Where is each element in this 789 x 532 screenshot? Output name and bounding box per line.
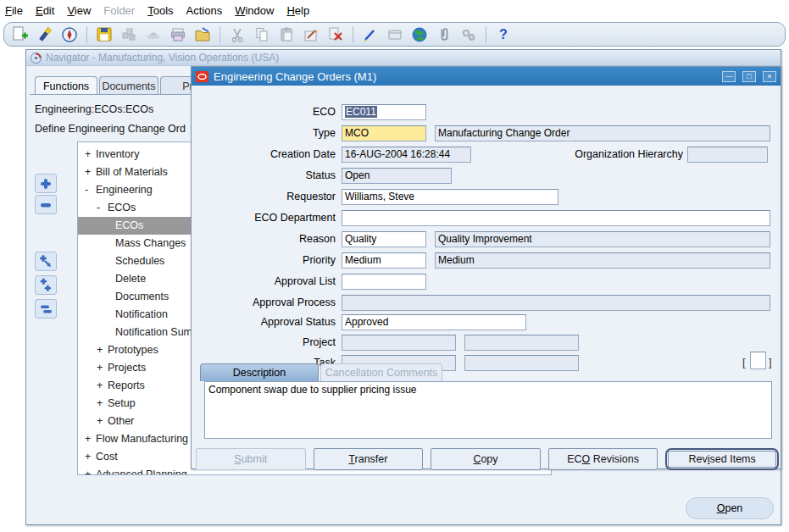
approval-status-label: Approval Status — [192, 314, 336, 330]
menu-window[interactable]: Window — [235, 4, 274, 17]
menu-folder: Folder — [103, 4, 135, 17]
eco-revisions-button[interactable]: ECO Revisions — [548, 448, 658, 470]
copy-button[interactable]: Copy — [431, 448, 541, 470]
clear-record-icon[interactable] — [325, 25, 346, 45]
toolbar-separator — [219, 26, 220, 43]
expand-button[interactable] — [35, 174, 57, 193]
project-field — [342, 335, 456, 351]
navigator-title: Navigator - Manufacturing, Vision Operat… — [46, 52, 279, 64]
find-icon[interactable] — [35, 25, 55, 45]
edit-icon[interactable] — [301, 25, 321, 45]
attachments-icon[interactable] — [434, 25, 454, 45]
toolbar-separator — [486, 26, 486, 43]
menu-tools[interactable]: Tools — [147, 4, 173, 17]
approval-list-field[interactable] — [342, 274, 426, 290]
show-navigator-icon[interactable] — [59, 25, 80, 45]
toolbar-separator — [353, 26, 353, 43]
tab-cancellation-comments: Cancellation Comments — [320, 363, 442, 381]
expand-branch-button[interactable] — [35, 252, 57, 271]
reason-field[interactable]: Quality — [342, 231, 426, 247]
translations-icon[interactable] — [360, 25, 381, 45]
eco-form: ECO EC011 Type MCO Manufacturing Change … — [192, 86, 781, 468]
copy-icon — [252, 25, 272, 45]
approval-status-field[interactable]: Approved — [342, 314, 526, 330]
eco-button-row: Submit Transfer Copy ECO Revisions Revis… — [196, 448, 779, 470]
window-help-icon[interactable] — [409, 25, 430, 45]
tab-documents[interactable]: Documents — [99, 76, 158, 95]
project-label: Project — [192, 335, 336, 351]
eco-titlebar[interactable]: Engineering Change Orders (M1) — □ × — [192, 67, 781, 86]
priority-field[interactable]: Medium — [342, 252, 426, 269]
navigator-window-icon — [31, 53, 42, 64]
tab-functions[interactable]: Functions — [35, 76, 97, 95]
transfer-button[interactable]: Transfer — [314, 448, 424, 470]
folder-tools-icon — [385, 25, 405, 45]
reason-description-field: Quality Improvement — [435, 231, 770, 247]
status-label: Status — [192, 168, 336, 184]
close-icon[interactable]: × — [763, 71, 776, 82]
revised-items-button[interactable]: Revised Items — [668, 451, 776, 468]
organization-hierarchy-label: Organization Hierarchy — [514, 147, 683, 163]
default-button-ring: Revised Items — [665, 448, 779, 470]
priority-label: Priority — [192, 252, 336, 269]
menu-bar: File Edit View Folder Tools Actions Wind… — [5, 3, 309, 18]
selection-path: Engineering:ECOs:ECOs — [35, 103, 153, 115]
menu-help[interactable]: Help — [286, 4, 309, 17]
flexfield-close-bracket: ] — [769, 354, 772, 370]
menu-view[interactable]: View — [67, 4, 91, 17]
type-field[interactable]: MCO — [342, 125, 426, 141]
cut-icon — [227, 25, 247, 45]
oracle-icon — [196, 71, 208, 82]
new-icon[interactable] — [10, 25, 31, 45]
toolbar-separator — [86, 26, 87, 43]
approval-process-label: Approval Process — [192, 295, 336, 311]
open-button[interactable]: Open — [686, 497, 774, 519]
requestor-field[interactable]: Williams, Steve — [342, 189, 558, 205]
project-name-field — [464, 335, 579, 351]
organization-hierarchy-field — [687, 147, 768, 163]
flexfield-open-bracket: [ — [742, 354, 746, 370]
selection-description: Define Engineering Change Ord — [35, 123, 186, 135]
print-icon[interactable] — [168, 25, 188, 45]
screen: File Edit View Folder Tools Actions Wind… — [0, 0, 789, 532]
type-label: Type — [192, 125, 336, 141]
collapse-button[interactable] — [35, 195, 57, 214]
menu-actions[interactable]: Actions — [186, 4, 223, 17]
next-step-icon — [119, 25, 139, 45]
descriptive-flexfield[interactable] — [750, 352, 766, 369]
minimize-icon[interactable]: — — [722, 71, 736, 82]
task-name-field — [464, 355, 579, 371]
creation-date-field: 16-AUG-2004 16:28:44 — [342, 147, 471, 163]
eco-window-title: Engineering Change Orders (M1) — [214, 70, 715, 83]
type-description-field: Manufacturing Change Order — [435, 125, 770, 141]
eco-field[interactable]: EC011 — [342, 104, 426, 120]
menu-edit[interactable]: Edit — [36, 4, 54, 17]
close-form-icon[interactable] — [192, 25, 213, 45]
toolbar: ? — [3, 22, 786, 47]
navigator-titlebar[interactable]: Navigator - Manufacturing, Vision Operat… — [26, 50, 781, 66]
priority-description-field: Medium — [435, 252, 770, 269]
paste-icon — [276, 25, 297, 45]
description-textarea[interactable]: Component swap due to supplier pricing i… — [204, 381, 772, 439]
eco-department-field[interactable] — [342, 210, 770, 226]
collapse-all-button[interactable] — [35, 299, 57, 319]
creation-date-label: Creation Date — [192, 147, 336, 163]
status-field: Open — [342, 168, 452, 184]
reason-label: Reason — [192, 231, 336, 247]
eco-window: Engineering Change Orders (M1) — □ × ECO… — [191, 66, 781, 469]
expand-all-button[interactable] — [35, 275, 57, 295]
help-icon[interactable]: ? — [493, 25, 514, 45]
eco-label: ECO — [192, 104, 336, 120]
save-icon[interactable] — [94, 25, 114, 45]
tab-description[interactable]: Description — [200, 363, 319, 381]
tools-icon — [458, 25, 479, 45]
eco-department-label: ECO Department — [192, 210, 336, 226]
maximize-icon[interactable]: □ — [742, 71, 756, 82]
approval-list-label: Approval List — [192, 274, 336, 290]
approval-process-field — [342, 295, 770, 311]
requestor-label: Requestor — [192, 189, 336, 205]
submit-button: Submit — [196, 448, 306, 470]
switch-responsibility-icon — [143, 25, 164, 45]
menu-file[interactable]: File — [5, 4, 23, 17]
